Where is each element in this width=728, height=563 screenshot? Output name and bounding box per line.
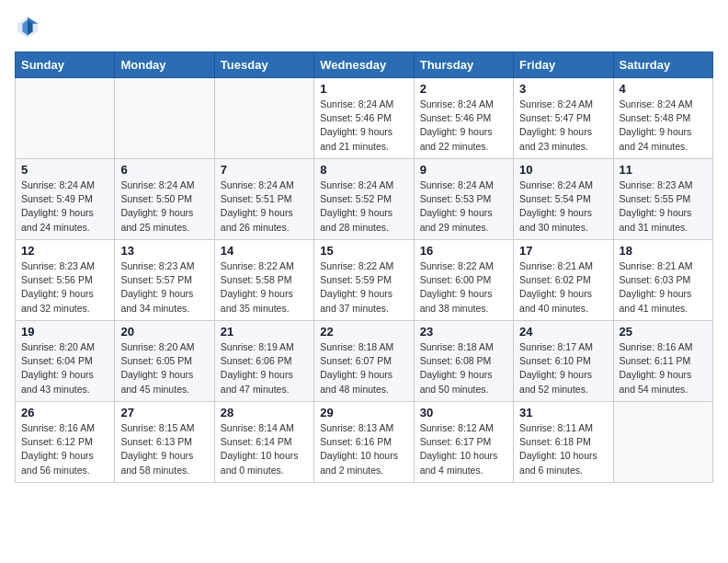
day-info: Sunrise: 8:19 AM Sunset: 6:06 PM Dayligh… (221, 340, 308, 396)
day-number: 3 (519, 82, 607, 96)
calendar-cell: 30Sunrise: 8:12 AM Sunset: 6:17 PM Dayli… (414, 402, 513, 483)
calendar-body: 1Sunrise: 8:24 AM Sunset: 5:46 PM Daylig… (16, 78, 713, 483)
day-number: 26 (21, 406, 108, 419)
calendar-cell: 20Sunrise: 8:20 AM Sunset: 6:05 PM Dayli… (115, 321, 214, 402)
calendar-cell (613, 402, 712, 483)
day-info: Sunrise: 8:23 AM Sunset: 5:56 PM Dayligh… (21, 259, 108, 316)
calendar-cell: 22Sunrise: 8:18 AM Sunset: 6:07 PM Dayli… (314, 321, 414, 402)
day-info: Sunrise: 8:12 AM Sunset: 6:17 PM Dayligh… (420, 421, 507, 477)
day-number: 6 (120, 163, 208, 177)
calendar-cell: 2Sunrise: 8:24 AM Sunset: 5:46 PM Daylig… (414, 78, 513, 159)
day-number: 15 (320, 244, 407, 258)
calendar-cell: 4Sunrise: 8:24 AM Sunset: 5:48 PM Daylig… (613, 78, 712, 159)
day-number: 7 (221, 163, 308, 177)
day-number: 16 (420, 244, 507, 258)
day-number: 22 (320, 325, 407, 339)
day-number: 29 (320, 406, 407, 419)
calendar-week-row: 1Sunrise: 8:24 AM Sunset: 5:46 PM Daylig… (16, 78, 713, 159)
weekday-header-monday: Monday (115, 52, 214, 78)
day-number: 13 (120, 244, 208, 258)
calendar-cell: 10Sunrise: 8:24 AM Sunset: 5:54 PM Dayli… (514, 159, 613, 240)
calendar-cell: 21Sunrise: 8:19 AM Sunset: 6:06 PM Dayli… (214, 321, 313, 402)
calendar-cell: 5Sunrise: 8:24 AM Sunset: 5:49 PM Daylig… (16, 159, 115, 240)
day-number: 17 (519, 244, 607, 258)
calendar-cell: 3Sunrise: 8:24 AM Sunset: 5:47 PM Daylig… (514, 78, 613, 159)
day-info: Sunrise: 8:23 AM Sunset: 5:55 PM Dayligh… (620, 178, 707, 235)
day-info: Sunrise: 8:23 AM Sunset: 5:57 PM Dayligh… (120, 259, 208, 316)
day-number: 28 (221, 406, 308, 419)
calendar-cell: 6Sunrise: 8:24 AM Sunset: 5:50 PM Daylig… (115, 159, 214, 240)
calendar-cell: 9Sunrise: 8:24 AM Sunset: 5:53 PM Daylig… (414, 159, 513, 240)
calendar-cell: 26Sunrise: 8:16 AM Sunset: 6:12 PM Dayli… (16, 402, 115, 483)
calendar-cell: 1Sunrise: 8:24 AM Sunset: 5:46 PM Daylig… (314, 78, 414, 159)
day-number: 18 (620, 244, 707, 258)
calendar-week-row: 5Sunrise: 8:24 AM Sunset: 5:49 PM Daylig… (16, 159, 713, 240)
logo (15, 15, 44, 40)
day-number: 19 (21, 325, 108, 339)
day-info: Sunrise: 8:24 AM Sunset: 5:50 PM Dayligh… (120, 178, 208, 235)
day-info: Sunrise: 8:21 AM Sunset: 6:03 PM Dayligh… (620, 259, 707, 316)
day-info: Sunrise: 8:22 AM Sunset: 6:00 PM Dayligh… (420, 259, 507, 316)
calendar-week-row: 19Sunrise: 8:20 AM Sunset: 6:04 PM Dayli… (16, 321, 713, 402)
calendar-cell: 18Sunrise: 8:21 AM Sunset: 6:03 PM Dayli… (613, 240, 712, 321)
calendar-cell: 28Sunrise: 8:14 AM Sunset: 6:14 PM Dayli… (214, 402, 313, 483)
day-info: Sunrise: 8:24 AM Sunset: 5:48 PM Dayligh… (620, 98, 707, 154)
day-info: Sunrise: 8:24 AM Sunset: 5:52 PM Dayligh… (320, 178, 407, 235)
weekday-header-saturday: Saturday (613, 52, 712, 78)
weekday-header-tuesday: Tuesday (214, 52, 313, 78)
day-number: 23 (420, 325, 507, 339)
day-info: Sunrise: 8:18 AM Sunset: 6:08 PM Dayligh… (420, 340, 507, 396)
calendar-cell: 25Sunrise: 8:16 AM Sunset: 6:11 PM Dayli… (613, 321, 712, 402)
calendar-cell (115, 78, 214, 159)
day-number: 25 (620, 325, 707, 339)
calendar-cell: 19Sunrise: 8:20 AM Sunset: 6:04 PM Dayli… (16, 321, 115, 402)
day-number: 2 (420, 82, 507, 96)
calendar-cell: 23Sunrise: 8:18 AM Sunset: 6:08 PM Dayli… (414, 321, 513, 402)
logo-icon (15, 15, 40, 40)
calendar-week-row: 26Sunrise: 8:16 AM Sunset: 6:12 PM Dayli… (16, 402, 713, 483)
calendar-cell: 29Sunrise: 8:13 AM Sunset: 6:16 PM Dayli… (314, 402, 414, 483)
day-info: Sunrise: 8:20 AM Sunset: 6:05 PM Dayligh… (120, 340, 208, 396)
day-info: Sunrise: 8:22 AM Sunset: 5:58 PM Dayligh… (221, 259, 308, 316)
day-number: 24 (519, 325, 607, 339)
day-number: 30 (420, 406, 507, 419)
day-number: 14 (221, 244, 308, 258)
calendar-cell: 13Sunrise: 8:23 AM Sunset: 5:57 PM Dayli… (115, 240, 214, 321)
weekday-header-sunday: Sunday (16, 52, 115, 78)
day-info: Sunrise: 8:11 AM Sunset: 6:18 PM Dayligh… (519, 421, 607, 477)
day-number: 5 (21, 163, 108, 177)
day-number: 4 (620, 82, 707, 96)
day-info: Sunrise: 8:20 AM Sunset: 6:04 PM Dayligh… (21, 340, 108, 396)
day-number: 9 (420, 163, 507, 177)
day-info: Sunrise: 8:24 AM Sunset: 5:51 PM Dayligh… (221, 178, 308, 235)
day-number: 12 (21, 244, 108, 258)
day-number: 31 (519, 406, 607, 419)
day-number: 1 (320, 82, 407, 96)
calendar-cell: 31Sunrise: 8:11 AM Sunset: 6:18 PM Dayli… (514, 402, 613, 483)
calendar-cell: 14Sunrise: 8:22 AM Sunset: 5:58 PM Dayli… (214, 240, 313, 321)
day-info: Sunrise: 8:16 AM Sunset: 6:11 PM Dayligh… (620, 340, 707, 396)
day-info: Sunrise: 8:18 AM Sunset: 6:07 PM Dayligh… (320, 340, 407, 396)
day-info: Sunrise: 8:15 AM Sunset: 6:13 PM Dayligh… (120, 421, 208, 477)
calendar-cell: 8Sunrise: 8:24 AM Sunset: 5:52 PM Daylig… (314, 159, 414, 240)
day-info: Sunrise: 8:22 AM Sunset: 5:59 PM Dayligh… (320, 259, 407, 316)
day-info: Sunrise: 8:13 AM Sunset: 6:16 PM Dayligh… (320, 421, 407, 477)
weekday-header-friday: Friday (514, 52, 613, 78)
day-info: Sunrise: 8:14 AM Sunset: 6:14 PM Dayligh… (221, 421, 308, 477)
calendar-cell: 24Sunrise: 8:17 AM Sunset: 6:10 PM Dayli… (514, 321, 613, 402)
calendar-table: SundayMondayTuesdayWednesdayThursdayFrid… (15, 52, 713, 483)
calendar-cell: 11Sunrise: 8:23 AM Sunset: 5:55 PM Dayli… (613, 159, 712, 240)
day-number: 20 (120, 325, 208, 339)
calendar-header-row: SundayMondayTuesdayWednesdayThursdayFrid… (16, 52, 713, 78)
calendar-week-row: 12Sunrise: 8:23 AM Sunset: 5:56 PM Dayli… (16, 240, 713, 321)
day-number: 11 (620, 163, 707, 177)
day-info: Sunrise: 8:24 AM Sunset: 5:49 PM Dayligh… (21, 178, 108, 235)
day-info: Sunrise: 8:24 AM Sunset: 5:46 PM Dayligh… (420, 98, 507, 154)
calendar-cell (214, 78, 313, 159)
day-info: Sunrise: 8:24 AM Sunset: 5:54 PM Dayligh… (519, 178, 607, 235)
day-info: Sunrise: 8:16 AM Sunset: 6:12 PM Dayligh… (21, 421, 108, 477)
day-info: Sunrise: 8:21 AM Sunset: 6:02 PM Dayligh… (519, 259, 607, 316)
day-number: 8 (320, 163, 407, 177)
calendar-cell: 16Sunrise: 8:22 AM Sunset: 6:00 PM Dayli… (414, 240, 513, 321)
calendar-cell: 15Sunrise: 8:22 AM Sunset: 5:59 PM Dayli… (314, 240, 414, 321)
